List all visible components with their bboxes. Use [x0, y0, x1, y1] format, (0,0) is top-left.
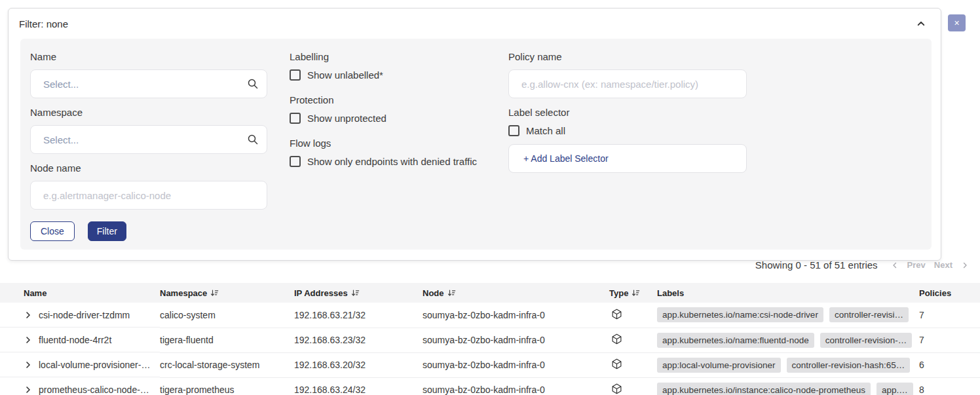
entries-summary: Showing 0 - 51 of 51 entries	[755, 259, 878, 271]
endpoint-node: soumya-bz-0zbo-kadm-infra-0	[423, 377, 606, 395]
close-icon: ×	[954, 18, 959, 28]
endpoint-namespace: tigera-fluentd	[160, 328, 294, 352]
table-body: csi-node-driver-tzdmmcalico-system192.16…	[0, 303, 980, 395]
filter-button[interactable]: Filter	[88, 221, 126, 241]
table-row[interactable]: prometheus-calico-node-…tigera-prometheu…	[0, 377, 980, 395]
dismiss-panel-button[interactable]: ×	[948, 14, 966, 31]
column-header-label: Policies	[919, 288, 951, 298]
flow-logs-section-label: Flow logs	[290, 136, 486, 150]
name-select-input[interactable]	[30, 69, 267, 98]
label-chip: app:local-volume-provisioner	[657, 358, 781, 373]
table-row[interactable]: csi-node-driver-tzdmmcalico-system192.16…	[0, 303, 980, 328]
label-chip: app.kubernetes.io/name:fluentd-node	[657, 333, 814, 348]
table-row[interactable]: fluentd-node-4rr2ttigera-fluentd192.168.…	[0, 328, 980, 352]
column-header-label: Namespace	[160, 288, 207, 298]
chevron-up-icon	[916, 21, 926, 31]
column-header-label: Labels	[657, 288, 684, 298]
match-all-checkbox[interactable]	[508, 125, 519, 136]
workload-endpoint-type-icon	[611, 361, 622, 371]
prev-page-link[interactable]: Prev	[907, 260, 926, 270]
sort-icon[interactable]	[351, 289, 360, 297]
node-name-field-label: Node name	[30, 161, 267, 175]
prev-arrow-icon[interactable]	[891, 261, 899, 269]
column-header-label: Node	[423, 288, 444, 298]
expand-row-icon[interactable]	[24, 310, 33, 320]
label-chip: app.kubernetes.io/name:csi-node-driver	[657, 307, 823, 322]
denied-traffic-checkbox[interactable]	[290, 156, 301, 167]
endpoint-node: soumya-bz-0zbo-kadm-infra-0	[423, 303, 606, 328]
protection-section-label: Protection	[290, 93, 486, 107]
endpoint-node: soumya-bz-0zbo-kadm-infra-0	[423, 352, 606, 377]
node-name-input[interactable]	[30, 181, 267, 210]
next-page-link[interactable]: Next	[934, 260, 952, 270]
expand-row-icon[interactable]	[24, 385, 33, 394]
endpoint-policies-count: 6	[914, 352, 980, 377]
endpoint-node: soumya-bz-0zbo-kadm-infra-0	[423, 328, 606, 352]
column-header-namespace[interactable]: Namespace	[160, 283, 294, 303]
namespace-field-label: Namespace	[30, 105, 267, 119]
label-chip: app.kubernetes.io/instance:calico-node-p…	[657, 383, 871, 395]
policy-name-input[interactable]	[508, 69, 747, 98]
workload-endpoint-type-icon	[611, 386, 622, 395]
column-header-type[interactable]: Type	[606, 283, 657, 303]
endpoint-labels: app.kubernetes.io/name:csi-node-driverco…	[657, 303, 914, 328]
endpoints-table: NameNamespaceIP AddressesNodeTypeLabelsP…	[0, 283, 980, 395]
expand-row-icon[interactable]	[24, 335, 33, 345]
endpoint-ip-addresses: 192.168.63.23/32	[294, 328, 423, 352]
table-header-row: NameNamespaceIP AddressesNodeTypeLabelsP…	[0, 283, 980, 303]
label-chip: controller-revisi…	[829, 307, 909, 322]
endpoint-name: prometheus-calico-node-…	[39, 385, 149, 395]
sort-icon[interactable]	[447, 289, 456, 297]
denied-traffic-label: Show only endpoints with denied traffic	[307, 156, 477, 167]
column-header-ip-addresses[interactable]: IP Addresses	[294, 283, 423, 303]
filter-panel: Filter: none Name Namespace	[8, 8, 941, 261]
column-header-label: Type	[609, 288, 628, 298]
match-all-label: Match all	[526, 125, 565, 136]
column-header-policies: Policies	[914, 283, 980, 303]
pagination-bar: Showing 0 - 51 of 51 entries Prev Next	[0, 259, 969, 271]
sort-icon[interactable]	[631, 289, 640, 297]
name-field-label: Name	[30, 50, 267, 64]
endpoint-name: fluentd-node-4rr2t	[39, 335, 111, 345]
label-chip: controller-revision-hash:65…	[787, 358, 911, 373]
expand-row-icon[interactable]	[24, 360, 33, 369]
add-label-selector-button[interactable]: + Add Label Selector	[508, 144, 747, 173]
endpoint-policies-count: 7	[914, 328, 980, 352]
column-header-label: IP Addresses	[294, 288, 348, 298]
endpoint-namespace: tigera-prometheus	[160, 377, 294, 395]
show-unprotected-checkbox[interactable]	[290, 113, 301, 124]
policy-name-field-label: Policy name	[508, 50, 747, 64]
endpoint-labels: app.kubernetes.io/instance:calico-node-p…	[657, 377, 914, 395]
filter-title: Filter: none	[19, 18, 68, 29]
label-selector-section-label: Label selector	[508, 105, 747, 119]
workload-endpoint-type-icon	[611, 336, 622, 347]
workload-endpoint-type-icon	[611, 311, 622, 322]
search-icon	[247, 78, 259, 90]
endpoint-name: csi-node-driver-tzdmm	[39, 310, 130, 320]
namespace-select-input[interactable]	[30, 125, 267, 154]
endpoint-policies-count: 7	[914, 303, 980, 328]
collapse-panel-button[interactable]	[914, 17, 928, 30]
column-header-labels: Labels	[657, 283, 914, 303]
endpoint-ip-addresses: 192.168.63.24/32	[294, 377, 423, 395]
filter-panel-header: Filter: none	[9, 9, 941, 37]
endpoint-name: local-volume-provisioner-…	[39, 360, 150, 370]
label-chip: controller-revision-…	[820, 333, 913, 348]
show-unlabelled-label: Show unlabelled*	[307, 69, 383, 81]
endpoint-labels: app.kubernetes.io/name:fluentd-nodecontr…	[657, 328, 914, 352]
column-header-node[interactable]: Node	[423, 283, 606, 303]
show-unprotected-label: Show unprotected	[307, 113, 386, 124]
label-chip: app.…	[876, 383, 913, 395]
endpoint-labels: app:local-volume-provisionercontroller-r…	[657, 352, 914, 377]
close-button[interactable]: Close	[30, 221, 75, 241]
table-row[interactable]: local-volume-provisioner-…crc-local-stor…	[0, 352, 980, 377]
endpoint-namespace: crc-local-storage-system	[160, 352, 294, 377]
sort-icon[interactable]	[210, 289, 219, 297]
filter-form: Name Namespace Node name	[20, 39, 932, 250]
search-icon	[247, 134, 259, 145]
column-header-name: Name	[0, 283, 160, 303]
next-arrow-icon[interactable]	[961, 261, 969, 269]
column-header-label: Name	[24, 288, 47, 298]
show-unlabelled-checkbox[interactable]	[290, 69, 301, 81]
endpoint-ip-addresses: 192.168.63.20/32	[294, 352, 423, 377]
